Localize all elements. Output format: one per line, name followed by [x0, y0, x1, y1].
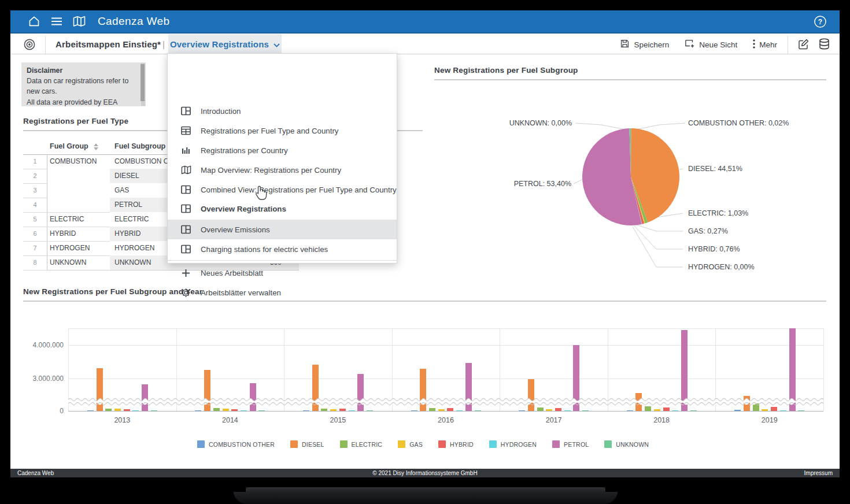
- menu-item-overview-emissions[interactable]: Overview Emissions: [168, 220, 397, 239]
- footer-impressum-link[interactable]: Impressum: [804, 469, 833, 477]
- bar-unknown-2014[interactable]: [258, 410, 265, 411]
- bar-electric-2017[interactable]: [537, 407, 544, 411]
- save-button[interactable]: Speichern: [620, 39, 669, 50]
- pie-leader-line: [637, 225, 683, 231]
- legend-item-petrol[interactable]: PETROL: [552, 440, 589, 448]
- menu-icon[interactable]: [50, 14, 64, 28]
- legend-item-electric[interactable]: ELECTRIC: [340, 440, 383, 448]
- bar-combustion-other-2019[interactable]: [734, 410, 741, 411]
- help-icon[interactable]: ?: [814, 15, 827, 28]
- bar-gas-2015[interactable]: [330, 409, 337, 411]
- workbook-target-icon[interactable]: [23, 38, 36, 51]
- bar-electric-2018[interactable]: [645, 406, 651, 411]
- disclaimer-scrollbar-thumb[interactable]: [141, 64, 145, 101]
- bar-electric-2013[interactable]: [105, 409, 112, 411]
- bar-hydrogen-2019[interactable]: [780, 410, 786, 411]
- menu-item-registrations-per-country[interactable]: Registrations per Country: [168, 140, 397, 160]
- bar-unknown-2016[interactable]: [475, 410, 481, 411]
- bar-unknown-2015[interactable]: [367, 410, 373, 411]
- legend-swatch-hydrogen: [489, 440, 497, 448]
- bar-unknown-2019[interactable]: [798, 410, 804, 411]
- legend-item-hybrid[interactable]: HYBRID: [438, 440, 474, 448]
- sort-icon[interactable]: [94, 143, 98, 150]
- bar-hybrid-2019[interactable]: [771, 407, 777, 411]
- legend-swatch-unknown: [604, 440, 612, 448]
- bar-unknown-2018[interactable]: [690, 410, 697, 411]
- menu-item-introduction[interactable]: Introduction: [168, 101, 397, 121]
- bar-gas-2017[interactable]: [546, 409, 552, 411]
- menu-item-label: Overview Registrations: [201, 205, 286, 213]
- database-icon[interactable]: [818, 38, 831, 51]
- pie-label-hybrid: HYBRID: 0,76%: [688, 245, 740, 253]
- map-icon[interactable]: [72, 14, 86, 28]
- pie-label-unknown: UNKNOWN: 0,00%: [509, 119, 572, 127]
- bar-hybrid-2014[interactable]: [231, 409, 238, 411]
- gridline-top: [68, 328, 823, 329]
- menu-item-overview-registrations[interactable]: Overview Registrations: [168, 199, 397, 218]
- menu-action-arbeitsblätter-verwalten[interactable]: Arbeitsblätter verwalten: [168, 283, 397, 302]
- fuel-subgroup-pie-chart[interactable]: [434, 79, 826, 282]
- menu-item-map-overview-registrations-per-country[interactable]: Map Overview: Registrations per Country: [168, 160, 397, 180]
- view-selector-button[interactable]: Overview Registrations: [168, 34, 282, 54]
- edit-note-icon[interactable]: [797, 38, 811, 51]
- column-header-fuel-subgroup[interactable]: Fuel Subgroup: [114, 142, 165, 150]
- bar-hybrid-2017[interactable]: [555, 408, 561, 411]
- menu-action-neues-arbeitsblatt[interactable]: Neues Arbeitsblatt: [168, 263, 397, 283]
- fuel-subgroup-year-bar-chart[interactable]: [68, 328, 823, 411]
- bar-gas-2016[interactable]: [438, 409, 445, 411]
- bar-combustion-other-2017[interactable]: [519, 410, 525, 411]
- bar-hydrogen-2013[interactable]: [132, 410, 139, 411]
- new-view-button[interactable]: Neue Sicht: [685, 39, 737, 50]
- bar-hybrid-2016[interactable]: [447, 408, 453, 411]
- bar-combustion-other-2013[interactable]: [87, 410, 94, 411]
- bar-gas-2013[interactable]: [114, 409, 121, 411]
- bar-unknown-2013[interactable]: [151, 410, 157, 411]
- bar-hydrogen-2014[interactable]: [241, 410, 247, 411]
- workbook-separator: |: [162, 35, 165, 54]
- pie-label-diesel: DIESEL: 44,51%: [688, 165, 742, 173]
- menu-item-registrations-per-fuel-type-and-country[interactable]: Registrations per Fuel Type and Country: [168, 121, 397, 140]
- bar-electric-2015[interactable]: [321, 409, 327, 411]
- bar-gas-2018[interactable]: [654, 409, 660, 411]
- plus-icon: [180, 268, 191, 279]
- legend-item-gas[interactable]: GAS: [398, 440, 423, 448]
- home-icon[interactable]: [27, 14, 41, 28]
- bar-combustion-other-2014[interactable]: [195, 410, 201, 411]
- save-icon: [620, 39, 630, 50]
- bar-hydrogen-2017[interactable]: [564, 410, 571, 411]
- more-button[interactable]: Mehr: [753, 39, 777, 50]
- bar-hybrid-2015[interactable]: [339, 409, 346, 411]
- legend-item-diesel[interactable]: DIESEL: [290, 440, 324, 448]
- gear-icon: [180, 287, 191, 298]
- column-header-fuel-group[interactable]: Fuel Group: [50, 142, 88, 150]
- x-axis-tick-2019: 2019: [746, 416, 793, 424]
- bar-hydrogen-2018[interactable]: [672, 410, 678, 411]
- bar-combustion-other-2018[interactable]: [627, 410, 633, 412]
- bar-hydrogen-2016[interactable]: [456, 410, 463, 411]
- bar-gas-2014[interactable]: [223, 409, 229, 411]
- bar-hybrid-2018[interactable]: [663, 407, 670, 411]
- legend-label: HYBRID: [450, 441, 474, 448]
- pie-leader-line: [575, 123, 629, 130]
- legend-item-hydrogen[interactable]: HYDROGEN: [489, 440, 537, 448]
- bar-hybrid-2013[interactable]: [124, 409, 130, 411]
- legend-item-unknown[interactable]: UNKNOWN: [604, 440, 649, 448]
- legend-item-combustion-other[interactable]: COMBUSTION OTHER: [197, 440, 275, 448]
- bar-electric-2016[interactable]: [429, 408, 435, 411]
- cell-fuel-group: COMBUSTION: [50, 154, 97, 169]
- legend-swatch-petrol: [552, 440, 560, 448]
- bar-hydrogen-2015[interactable]: [349, 410, 355, 411]
- bar-unknown-2017[interactable]: [582, 410, 589, 411]
- bar-combustion-other-2015[interactable]: [303, 410, 309, 411]
- disclaimer-scrollbar-track[interactable]: [141, 63, 145, 106]
- window-plus-icon: [685, 39, 695, 50]
- laptop-mockup: Cadenza Web ? Arbeitsmappen Einstieg* | …: [0, 0, 850, 504]
- menu-item-label: Charging stations for electric vehicles: [201, 245, 328, 254]
- disclaimer-box: Disclaimer Data on car registrations ref…: [21, 62, 146, 106]
- dashboard-icon: [180, 224, 191, 235]
- menu-item-charging-stations-for-electric-vehicles[interactable]: Charging stations for electric vehicles: [168, 239, 397, 259]
- menu-item-combined-view-registrations-per-fuel-type-and-country[interactable]: Combined View: Registrations per Fuel Ty…: [168, 180, 397, 199]
- bar-combustion-other-2016[interactable]: [411, 410, 417, 411]
- bar-electric-2014[interactable]: [213, 408, 220, 411]
- bar-gas-2019[interactable]: [762, 409, 768, 411]
